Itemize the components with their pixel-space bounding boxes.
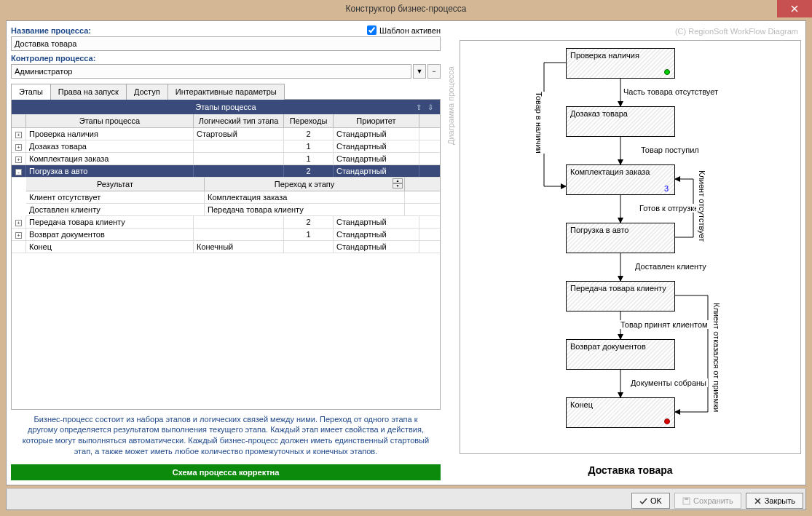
diagram-node[interactable]: Конец <box>566 397 675 428</box>
edge-label: Клиент отсутствует <box>696 170 708 242</box>
diagram-title: Доставка товара <box>460 464 801 476</box>
window-title: Конструктор бизнес-процесса <box>345 4 466 14</box>
save-icon <box>682 497 690 505</box>
edge-label: Товар поступил <box>639 146 701 154</box>
left-panel: Название процесса: Шаблон активен Контро… <box>11 25 441 480</box>
table-row[interactable]: + Проверка наличия Стартовый 2 Стандартн… <box>12 128 440 140</box>
controller-label: Контролер процесса: <box>11 54 95 63</box>
move-up-button[interactable]: ⇧ <box>414 102 424 112</box>
check-icon <box>639 497 647 505</box>
spin-down[interactable]: ▼ <box>393 183 403 188</box>
edge-label: Часть товара отсутствует <box>622 87 720 96</box>
diagram-node[interactable]: Возврат документов <box>566 339 675 370</box>
grid-body: + Проверка наличия Стартовый 2 Стандартн… <box>12 128 440 409</box>
table-row[interactable]: + Передача товара клиенту 2 Стандартный <box>12 216 440 229</box>
edge-label: Доставлен клиенту <box>634 262 708 271</box>
tab-stages[interactable]: Этапы <box>11 84 51 100</box>
svg-rect-1 <box>685 498 688 500</box>
ok-button[interactable]: OK <box>631 493 670 509</box>
spin-up[interactable]: ▲ <box>393 178 403 183</box>
expand-icon[interactable]: + <box>15 156 22 163</box>
close-button[interactable]: Закрыть <box>746 493 803 509</box>
diagram-node[interactable]: Погрузка в авто <box>566 223 675 253</box>
grid-title-bar: Этапы процесса ⇧ ⇩ <box>12 100 440 114</box>
diagram-node[interactable]: Проверка наличия <box>566 48 675 79</box>
expand-icon[interactable]: + <box>15 232 22 239</box>
diagram-node[interactable]: Комплектация заказа 3 <box>566 164 675 195</box>
table-row[interactable]: + Комплектация заказа 1 Стандартный <box>12 153 440 165</box>
tabs: Этапы Права на запуск Доступ Интерактивн… <box>11 83 441 100</box>
tab-rights[interactable]: Права на запуск <box>50 84 127 100</box>
titlebar: Конструктор бизнес-процесса <box>0 0 812 17</box>
process-name-input[interactable] <box>11 36 441 51</box>
diagram-node[interactable]: Передача товара клиенту <box>566 281 675 311</box>
edge-label: Товар в наличии <box>533 92 545 154</box>
end-dot-icon <box>664 418 670 424</box>
sub-grid-columns: Результат Переход к этапу ▲▼ <box>26 178 440 191</box>
table-row[interactable]: Конец Конечный Стандартный <box>12 241 440 253</box>
edge-label: Документы собраны <box>629 378 708 387</box>
tab-params[interactable]: Интерактивные параметры <box>167 84 285 100</box>
table-row[interactable]: + Возврат документов 1 Стандартный <box>12 229 440 241</box>
right-panel: (C) RegionSoft WorkFlow Diagram <box>460 25 801 480</box>
move-down-button[interactable]: ⇩ <box>425 102 435 112</box>
tab-content: Этапы процесса ⇧ ⇩ Этапы процесса Логиче… <box>11 100 441 410</box>
edge-label: Клиент отказался от приемки <box>711 303 722 412</box>
expand-icon[interactable]: + <box>15 220 22 226</box>
grid-columns: Этапы процесса Логический тип этапа Пере… <box>12 114 440 128</box>
diagram-area[interactable]: Проверка наличия Дозаказ товара Комплект… <box>460 40 801 454</box>
tab-access[interactable]: Доступ <box>126 84 168 100</box>
controller-input[interactable] <box>11 64 411 79</box>
diagram-copyright: (C) RegionSoft WorkFlow Diagram <box>460 25 801 37</box>
controller-dropdown-button[interactable]: ▼ <box>413 64 426 79</box>
template-active-input[interactable] <box>367 25 377 35</box>
window-close-button[interactable] <box>777 0 812 17</box>
edge-label: Товар принят клиентом <box>619 320 709 329</box>
edge-label: Готов к отгрузке <box>638 204 700 213</box>
col-prio[interactable]: Приоритет <box>334 114 419 127</box>
expand-icon[interactable]: + <box>15 144 22 151</box>
sub-row[interactable]: Доставлен клиенту Передача товара клиент… <box>26 204 440 216</box>
status-bar: Схема процесса корректна <box>11 464 441 480</box>
content-area: Название процесса: Шаблон активен Контро… <box>6 20 806 485</box>
close-icon <box>754 497 762 505</box>
save-button: Сохранить <box>674 493 741 509</box>
process-name-label: Название процесса: <box>11 26 91 35</box>
info-text: Бизнес-процесс состоит из набора этапов … <box>11 410 441 461</box>
footer-buttons: OK Сохранить Закрыть <box>631 493 803 509</box>
col-logic[interactable]: Логический тип этапа <box>194 114 284 127</box>
start-dot-icon <box>664 69 670 75</box>
col-stage[interactable]: Этапы процесса <box>26 114 194 127</box>
template-active-checkbox[interactable]: Шаблон активен <box>367 25 441 35</box>
col-trans[interactable]: Переходы <box>284 114 334 127</box>
divider-label: Диаграмма процесса <box>446 66 455 145</box>
diagram-node[interactable]: Дозаказ товара <box>566 106 675 137</box>
table-row[interactable]: + Дозаказ товара 1 Стандартный <box>12 140 440 153</box>
sub-row[interactable]: Клиент отсутствует Комплектация заказа <box>26 191 440 204</box>
collapse-icon[interactable]: - <box>15 169 22 175</box>
table-row[interactable]: - Погрузка в авто 2 Стандартный <box>12 165 440 178</box>
controller-clear-button[interactable]: − <box>427 64 441 79</box>
expand-icon[interactable]: + <box>15 132 22 138</box>
